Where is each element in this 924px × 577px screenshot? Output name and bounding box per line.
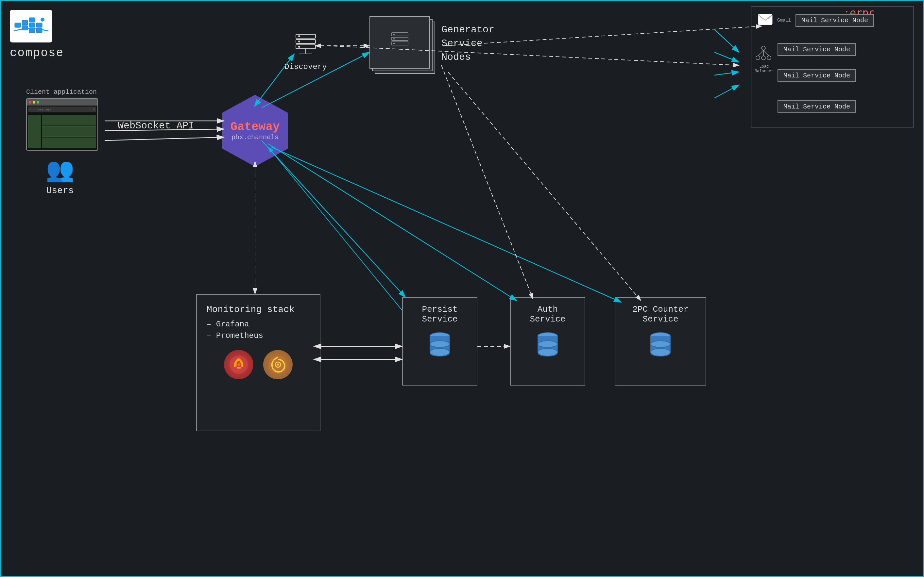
svg-point-38 (277, 364, 279, 366)
gateway-subtitle: phx.channels (231, 134, 279, 141)
gmail-label: Gmail (777, 18, 791, 23)
monitoring-box: Monitoring stack – Grafana – Prometheus (196, 294, 320, 431)
users-section: 👥 Users (46, 160, 74, 196)
monitoring-title: Monitoring stack (207, 305, 310, 314)
auth-service-box: Auth Service (510, 297, 585, 385)
users-icon: 👥 (46, 160, 74, 183)
grafana-logo (263, 350, 292, 379)
mail-service-box: Gmail Mail Service Node Mail Service Nod… (751, 6, 914, 127)
svg-line-30 (758, 50, 764, 56)
close-dot (29, 101, 31, 103)
twopc-db-icon (622, 329, 699, 368)
discovery-icon (284, 33, 327, 60)
svg-point-44 (538, 341, 557, 347)
svg-point-46 (651, 348, 670, 356)
compose-label: compose (10, 47, 64, 60)
monitoring-grafana: – Grafana (207, 320, 310, 329)
twopc-service-box: 2PC Counter Service (615, 297, 706, 385)
monitoring-logos (207, 350, 310, 379)
browser-titlebar (27, 99, 97, 106)
twopc-service-title: 2PC Counter Service (622, 305, 699, 324)
svg-point-27 (756, 56, 760, 60)
generator-to-auth-arrow (441, 65, 533, 299)
svg-rect-6 (36, 23, 42, 27)
address-text: localhost (37, 108, 91, 111)
svg-point-8 (40, 18, 44, 22)
docker-section: compose (10, 10, 64, 60)
generator-to-2pc-arrow (448, 72, 641, 301)
persist-to-gateway-back (268, 147, 402, 310)
auth-service-title: Auth Service (517, 305, 578, 324)
browser-addressbar: ← → localhost ≡ (28, 106, 96, 113)
mail-node-label-3: Mail Service Node (777, 69, 856, 82)
client-app-label: Client application (26, 88, 98, 96)
mail-node-row-3: Mail Service Node (777, 69, 856, 82)
minimize-dot (33, 101, 35, 103)
svg-point-12 (298, 35, 300, 37)
gateway-to-2pc-arrow (271, 147, 621, 302)
mail-node-row-4: Mail Service Node (777, 100, 856, 113)
diagram-container: compose Client application ← → localhost… (0, 0, 924, 577)
users-label: Users (46, 185, 74, 196)
browser-cell-2 (42, 126, 96, 137)
svg-rect-1 (22, 20, 28, 25)
svg-point-40 (430, 348, 449, 356)
browser-content (27, 113, 97, 150)
discovery-box: Discovery (284, 33, 327, 71)
gateway-to-auth-arrow (268, 144, 517, 301)
gateway-title: Gateway (230, 120, 279, 134)
monitoring-prometheus: – Prometheus (207, 331, 310, 340)
load-balancer-label: LoadBalancer (754, 64, 774, 74)
svg-point-26 (761, 46, 766, 50)
svg-point-28 (761, 56, 766, 60)
svg-line-32 (764, 50, 769, 56)
load-balancer: LoadBalancer (754, 45, 774, 74)
mail-node-label-1: Mail Service Node (795, 14, 874, 27)
svg-point-20 (393, 34, 395, 35)
svg-point-21 (393, 38, 395, 40)
gateway-hex: Gateway phx.channels (222, 95, 288, 167)
svg-rect-4 (29, 23, 35, 27)
persist-service-title: Persist Service (409, 305, 470, 324)
svg-point-41 (430, 341, 449, 347)
svg-rect-3 (29, 18, 35, 22)
mail-node-row-1: Gmail Mail Service Node (758, 14, 874, 27)
mail-to-lb-1 (714, 29, 739, 52)
browser-cell-3 (42, 137, 96, 148)
browser-sidebar (28, 115, 41, 148)
mail-to-lb-4 (714, 85, 739, 98)
svg-point-47 (651, 341, 670, 347)
svg-point-14 (298, 46, 300, 48)
svg-rect-0 (15, 23, 21, 27)
auth-db-icon (517, 329, 578, 368)
stacked-boxes (370, 16, 435, 75)
svg-point-13 (298, 40, 300, 42)
gmail-icon (758, 14, 773, 27)
svg-point-29 (767, 56, 771, 60)
mail-node-label-2: Mail Service Node (777, 43, 856, 56)
gateway-shape: Gateway phx.channels (222, 95, 288, 167)
maximize-dot (37, 101, 39, 103)
svg-point-22 (393, 43, 395, 44)
svg-rect-34 (237, 367, 241, 369)
persist-service-box: Persist Service (402, 297, 477, 385)
generator-nodes-label: Generator Service Nodes (441, 23, 513, 64)
mail-node-row-2: Mail Service Node (777, 43, 856, 56)
client-application: Client application ← → localhost ≡ (26, 88, 98, 151)
mail-to-lb-3 (714, 72, 739, 75)
browser-cell-1 (42, 115, 96, 126)
websocket-api-label: WebSocket API (118, 120, 194, 131)
client-to-gateway-arrow-3 (105, 137, 224, 140)
discovery-label: Discovery (284, 63, 327, 71)
persist-db-icon (409, 329, 470, 368)
stack-box-front (370, 16, 430, 69)
generator-nodes: Generator Service Nodes (370, 16, 435, 75)
svg-point-35 (237, 363, 240, 366)
prometheus-logo (224, 350, 254, 379)
svg-point-43 (538, 348, 557, 356)
mail-to-lb-2 (714, 52, 739, 62)
browser-window: ← → localhost ≡ (26, 98, 98, 151)
svg-rect-23 (758, 14, 772, 25)
docker-logo (10, 10, 52, 42)
mail-node-label-4: Mail Service Node (777, 100, 856, 113)
